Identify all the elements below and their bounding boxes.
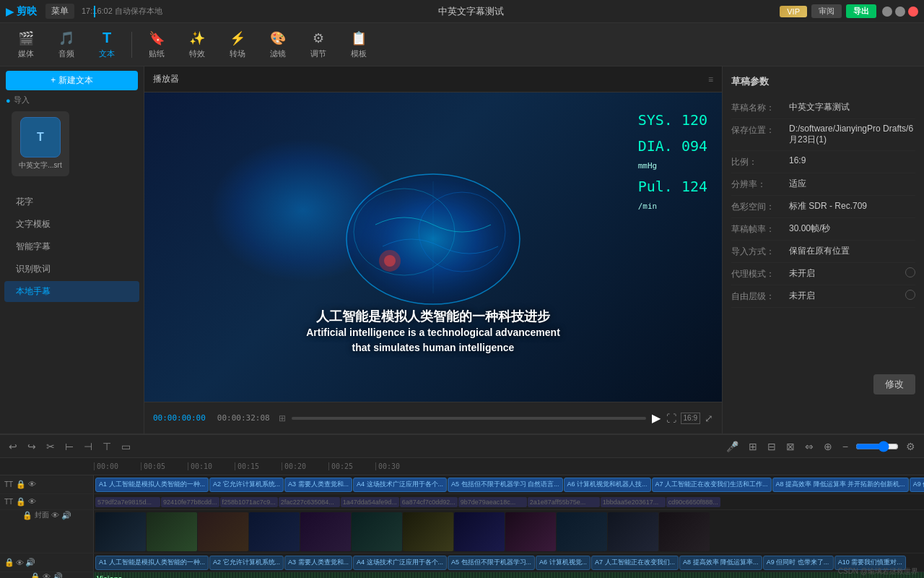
video-thumb[interactable]	[352, 512, 402, 551]
hash-clip[interactable]: 9b7de79aeac18c...	[458, 497, 527, 507]
hash-clip[interactable]: 1a47dda54afe9d...	[341, 497, 399, 507]
eye-icon-video[interactable]: 👁	[51, 511, 59, 519]
tool-transition[interactable]: ⚡ 转场	[219, 26, 256, 64]
mark-out-button[interactable]: ⊣	[81, 439, 95, 454]
subtitle-clip[interactable]: A7 人工智能正在改变我们生活和工作...	[652, 478, 772, 492]
mark-clip-button[interactable]: ⊤	[100, 439, 114, 454]
split-button[interactable]: ✂	[43, 439, 58, 454]
hash-clip[interactable]: 2fac227c635084...	[279, 497, 340, 507]
subtitle-clip[interactable]: A1 人工智能是模拟人类智能的一种...	[95, 478, 209, 492]
hash-clip[interactable]: f258b1071ac7c9...	[220, 497, 278, 507]
menu-button[interactable]: 菜单	[45, 4, 74, 19]
video-thumb[interactable]	[300, 512, 351, 551]
subtitle-text-clip[interactable]: A1 人工智能是模拟人类智能的一种...	[95, 556, 209, 570]
video-thumb[interactable]	[557, 512, 607, 551]
subtitle-text-clip[interactable]: A4 这场技术广泛应用于各个...	[353, 556, 447, 570]
maximize-button[interactable]	[895, 7, 905, 17]
eye-icon-st[interactable]: 👁	[16, 558, 24, 567]
tool-text[interactable]: T 文本	[88, 26, 126, 64]
hash-clip[interactable]: 6a874cf7c0dd92...	[400, 497, 458, 507]
video-thumb[interactable]	[659, 512, 710, 551]
tool-sticker[interactable]: 🔖 贴纸	[138, 26, 175, 64]
subtitle-clip[interactable]: A2 它允许计算机系统...	[209, 478, 284, 492]
nav-local-subtitle[interactable]: 本地手幕	[4, 281, 139, 302]
tl-zoom-out[interactable]: −	[840, 439, 851, 454]
proxy-toggle[interactable]	[905, 267, 915, 277]
track-content-audio[interactable]: Visions	[94, 572, 924, 578]
visibility-icon-1[interactable]: 👁	[28, 480, 36, 489]
hash-clip[interactable]: 579df2a7e9815d...	[95, 497, 160, 507]
visibility-icon-hash[interactable]: 👁	[28, 497, 36, 506]
progress-bar[interactable]	[292, 417, 646, 420]
tool-filter[interactable]: 🎨 滤镜	[259, 26, 297, 64]
video-thumb[interactable]	[608, 512, 658, 551]
lock-icon-hash[interactable]: 🔒	[16, 497, 26, 506]
zoom-slider[interactable]	[855, 441, 899, 452]
subtitle-text-clip[interactable]: A2 它允许计算机系统...	[209, 556, 284, 570]
close-button[interactable]	[908, 7, 918, 17]
video-thumb[interactable]	[95, 512, 146, 551]
record-button[interactable]: 🎤	[723, 439, 741, 454]
audio-icon-video[interactable]: 🔊	[61, 511, 71, 520]
delete-button[interactable]: ▭	[118, 439, 134, 454]
video-thumb[interactable]	[454, 512, 505, 551]
nav-smart-subtitle[interactable]: 智能字幕	[4, 236, 139, 257]
tl-control-1[interactable]: ⊞	[746, 439, 760, 454]
lock-icon-st[interactable]: 🔒	[4, 558, 14, 567]
tool-template[interactable]: 📋 模板	[340, 26, 378, 64]
undo-button[interactable]: ↩	[6, 439, 20, 454]
subtitle-text-clip[interactable]: A5 包括但不限于机器学习...	[448, 556, 535, 570]
nav-flower[interactable]: 花字	[4, 191, 139, 212]
video-thumb[interactable]	[198, 512, 248, 551]
hash-clip[interactable]: cd90c6650f888...	[666, 497, 720, 507]
subtitle-text-clip[interactable]: A9 但同时 也带来了...	[763, 556, 834, 570]
vip-button[interactable]: VIP	[780, 6, 807, 17]
modify-button[interactable]: 修改	[873, 374, 915, 394]
nav-recognize-lyrics[interactable]: 识别歌词	[4, 259, 139, 280]
review-button[interactable]: 审阅	[811, 4, 842, 18]
audio-icon-st[interactable]: 🔊	[25, 558, 35, 567]
video-thumb[interactable]	[505, 512, 556, 551]
tl-control-2[interactable]: ⊟	[764, 439, 779, 454]
lock-icon-audio[interactable]: 🔒	[30, 572, 40, 578]
tool-media[interactable]: 🎬 媒体	[7, 26, 45, 64]
new-text-button[interactable]: + 新建文本	[6, 71, 138, 90]
tool-adjust[interactable]: ⚙ 调节	[300, 26, 337, 64]
subtitle-clip[interactable]: A9 但同时 也带来了数据隐私和伦理问题...	[910, 478, 924, 492]
tl-control-4[interactable]: ⇔	[802, 439, 816, 454]
fullscreen-icon[interactable]: ⛶	[666, 413, 676, 424]
lock-icon-1[interactable]: 🔒	[16, 480, 26, 489]
tl-control-3[interactable]: ⊠	[783, 439, 798, 454]
subtitle-clip[interactable]: A3 需要人类查觉和...	[284, 478, 352, 492]
minimize-button[interactable]	[882, 7, 892, 17]
hash-clip[interactable]: 92410fe77b8cdd...	[161, 497, 219, 507]
eye-icon-audio[interactable]: 👁	[43, 572, 51, 578]
preview-menu-icon[interactable]: ≡	[708, 74, 713, 85]
srt-file-card[interactable]: T 中英文字...srt	[12, 111, 69, 176]
video-thumb[interactable]	[403, 512, 453, 551]
hash-clip[interactable]: 1bbdaa5e203617...	[601, 497, 666, 507]
subtitle-clip[interactable]: A6 计算机视觉和机器人技...	[564, 478, 651, 492]
play-button[interactable]: ▶	[652, 411, 661, 425]
subtitle-text-clip[interactable]: A6 计算机视觉...	[536, 556, 590, 570]
subtitle-clip[interactable]: A5 包括但不限于机器学习 自然语言...	[448, 478, 563, 492]
video-thumb[interactable]	[147, 512, 197, 551]
tool-audio[interactable]: 🎵 音频	[48, 26, 85, 64]
audio-mute-icon[interactable]: 🔊	[53, 572, 63, 578]
mark-in-button[interactable]: ⊢	[62, 439, 77, 454]
nav-text-template[interactable]: 文字模板	[4, 214, 139, 235]
subtitle-clip[interactable]: A4 这场技术广泛应用于各个...	[353, 478, 447, 492]
tl-settings[interactable]: ⚙	[903, 439, 918, 454]
redo-button[interactable]: ↪	[25, 439, 39, 454]
subtitle-text-clip[interactable]: A7 人工智能正在改变我们...	[591, 556, 679, 570]
tool-effects[interactable]: ✨ 特效	[178, 26, 216, 64]
subtitle-clip[interactable]: A8 提高效率 降低运算率 并开拓新的创新机...	[772, 478, 909, 492]
video-thumb[interactable]	[249, 512, 300, 551]
hash-clip[interactable]: 2a1e87aff55b75e...	[528, 497, 600, 507]
expand-icon[interactable]: ⤢	[705, 413, 713, 424]
freelayer-toggle[interactable]	[905, 290, 915, 300]
tl-control-5[interactable]: ⊕	[821, 439, 835, 454]
lock-icon-video[interactable]: 🔒	[22, 511, 32, 520]
export-button[interactable]: 导出	[846, 4, 876, 18]
track-content-video[interactable]	[94, 510, 924, 553]
